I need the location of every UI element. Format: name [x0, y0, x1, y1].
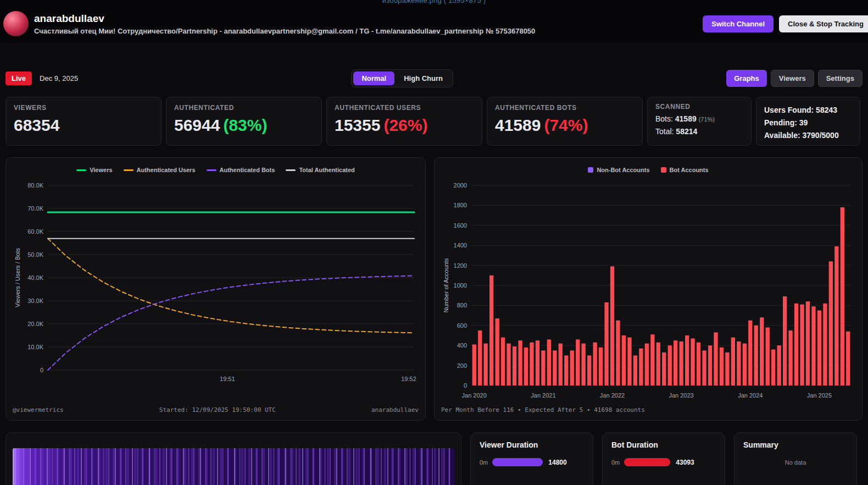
legend-swatch: [76, 169, 86, 171]
bot-duration-value: 43093: [676, 459, 694, 466]
watermark-viewermetrics: @viewermetrics: [13, 406, 64, 414]
controls-row: Live Dec 9, 2025 Normal High Churn Graph…: [5, 69, 863, 87]
legend-swatch: [286, 169, 296, 171]
viewer-duration-title: Viewer Duration: [480, 440, 584, 449]
svg-text:0: 0: [40, 367, 43, 373]
svg-text:40.0K: 40.0K: [27, 274, 43, 281]
authenticated-users-stat-value: 15355(26%): [335, 116, 474, 135]
legend-item-non-bot-accounts: Non-Bot Accounts: [588, 167, 649, 173]
bot-duration-bar: [624, 458, 670, 466]
svg-text:Jan 2025: Jan 2025: [807, 392, 832, 399]
svg-text:Jan 2021: Jan 2021: [531, 392, 555, 399]
authenticated-stat-card: AUTHENTICATED 56944(83%): [166, 97, 322, 146]
channel-subtitle: Счастливый отец Мии! Сотрудничество/Part…: [34, 27, 535, 35]
legend-swatch: [588, 167, 593, 173]
live-badge: Live: [5, 71, 32, 85]
authenticated-stat-value: 56944(83%): [174, 116, 314, 135]
svg-text:600: 600: [457, 322, 467, 329]
authenticated-bots-stat-value: 41589(74%): [495, 116, 635, 135]
legend-label: Authenticated Users: [137, 167, 196, 173]
scanned-stat-card: SCANNED Bots: 41589 (71%) Total: 58214: [647, 97, 752, 146]
image-filename-overlay: изображение.png ( 1595×875 ): [0, 0, 868, 4]
started-timestamp: Started: 12/09/2025 19:50:00 UTC: [159, 406, 276, 414]
svg-text:400: 400: [457, 342, 467, 349]
scanned-total-line: Total: 58214: [655, 127, 743, 136]
svg-text:800: 800: [457, 302, 467, 308]
channel-header: anarabdullaev Счастливый отец Мии! Сотру…: [0, 0, 868, 43]
authenticated-bots-count: 41589: [495, 116, 541, 134]
svg-text:1800: 1800: [454, 202, 467, 208]
bottom-row: Viewer Duration 0m 14800 Bot Duration 0m…: [5, 432, 863, 485]
bot-duration-axis-label: 0m: [611, 459, 620, 466]
svg-text:19:52: 19:52: [401, 376, 416, 382]
churn-mode-toggle: Normal High Churn: [351, 69, 453, 87]
scanned-bots-key: Bots:: [655, 114, 673, 123]
mode-high-churn-button[interactable]: High Churn: [396, 71, 451, 85]
legend-label: Bot Accounts: [670, 167, 709, 173]
legend-item-bot-accounts: Bot Accounts: [661, 167, 709, 173]
legend-item-authenticated-bots: Authenticated Bots: [207, 167, 275, 173]
svg-text:50.0K: 50.0K: [27, 251, 43, 258]
viewers-tab-button[interactable]: Viewers: [771, 70, 814, 87]
available-line: Available: 3790/5000: [764, 130, 852, 141]
svg-text:Number of Accounts: Number of Accounts: [443, 258, 449, 313]
svg-text:Viewers / Users / Bots: Viewers / Users / Bots: [14, 248, 21, 307]
bar-chart-legend: Non-Bot AccountsBot Accounts: [441, 164, 855, 175]
scanned-stat-label: SCANNED: [655, 103, 743, 111]
charts-row: ViewersAuthenticated UsersAuthenticated …: [5, 157, 863, 421]
svg-text:80.0K: 80.0K: [27, 182, 43, 189]
svg-text:Jan 2024: Jan 2024: [738, 392, 763, 399]
settings-tab-button[interactable]: Settings: [818, 70, 863, 87]
bot-duration-card: Bot Duration 0m 43093: [602, 432, 725, 485]
bot-duration-row: 0m 43093: [611, 458, 716, 466]
viewers-stat-value: 68354: [14, 116, 153, 135]
summary-title: Summary: [743, 440, 848, 449]
view-tabs: Graphs Viewers Settings: [726, 70, 863, 87]
bot-duration-title: Bot Duration: [611, 440, 716, 449]
channel-avatar: [3, 11, 29, 36]
pending-line: Pending: 39: [764, 118, 852, 128]
svg-text:1000: 1000: [454, 282, 467, 289]
legend-label: Authenticated Bots: [220, 167, 275, 173]
svg-text:2000: 2000: [454, 182, 467, 189]
bar-chart-footer: Per Month Before 116 • Expected After 5 …: [441, 406, 855, 414]
legend-swatch: [661, 167, 666, 173]
authenticated-users-stat-card: AUTHENTICATED USERS 15355(26%): [326, 97, 482, 146]
duration-heatmap: [13, 448, 454, 485]
switch-channel-button[interactable]: Switch Channel: [703, 15, 774, 32]
scanned-total-key: Total:: [655, 127, 674, 136]
authenticated-bots-percent: (74%): [544, 116, 588, 134]
channel-info: anarabdullaev Счастливый отец Мии! Сотру…: [34, 13, 535, 35]
channel-watermark: anarabdullaev: [371, 406, 419, 414]
authenticated-users-count: 15355: [335, 116, 380, 134]
summary-card: Summary No data: [734, 432, 857, 485]
app-viewport: изображение.png ( 1595×875 ) anarabdulla…: [0, 0, 868, 485]
legend-label: Non-Bot Accounts: [597, 167, 649, 173]
account-age-bar-chart-panel: Non-Bot AccountsBot Accounts 02004006008…: [434, 157, 863, 421]
users-found-line: Users Found: 58243: [764, 105, 852, 115]
legend-item-viewers: Viewers: [76, 167, 112, 173]
scanned-bots-percent: (71%): [699, 116, 715, 123]
stream-status-group: Live Dec 9, 2025: [5, 71, 78, 85]
header-actions: Switch Channel Close & Stop Tracking: [703, 15, 868, 32]
svg-text:19:51: 19:51: [220, 376, 235, 382]
authenticated-bots-stat-label: AUTHENTICATED BOTS: [495, 104, 635, 112]
svg-text:Jan 2022: Jan 2022: [600, 392, 625, 399]
svg-text:0: 0: [464, 382, 467, 389]
viewer-metrics-line-chart: 010.0K20.0K30.0K40.0K50.0K60.0K70.0K80.0…: [13, 178, 420, 385]
graphs-tab-button[interactable]: Graphs: [726, 70, 767, 87]
viewer-duration-bar: [492, 458, 543, 466]
legend-item-authenticated-users: Authenticated Users: [124, 167, 196, 173]
stats-row: VIEWERS 68354 AUTHENTICATED 56944(83%) A…: [5, 97, 863, 146]
mode-normal-button[interactable]: Normal: [353, 71, 394, 85]
viewers-stat-label: VIEWERS: [14, 104, 153, 112]
close-stop-tracking-button[interactable]: Close & Stop Tracking: [779, 15, 868, 32]
viewer-metrics-line-chart-panel: ViewersAuthenticated UsersAuthenticated …: [5, 157, 426, 421]
svg-text:30.0K: 30.0K: [27, 297, 43, 304]
legend-label: Total Authenticated: [299, 167, 354, 173]
authenticated-count: 56944: [174, 116, 220, 134]
svg-text:200: 200: [457, 362, 467, 369]
viewer-duration-row: 0m 14800: [480, 458, 584, 466]
scanned-bots-line: Bots: 41589 (71%): [655, 114, 743, 123]
legend-swatch: [124, 169, 133, 171]
